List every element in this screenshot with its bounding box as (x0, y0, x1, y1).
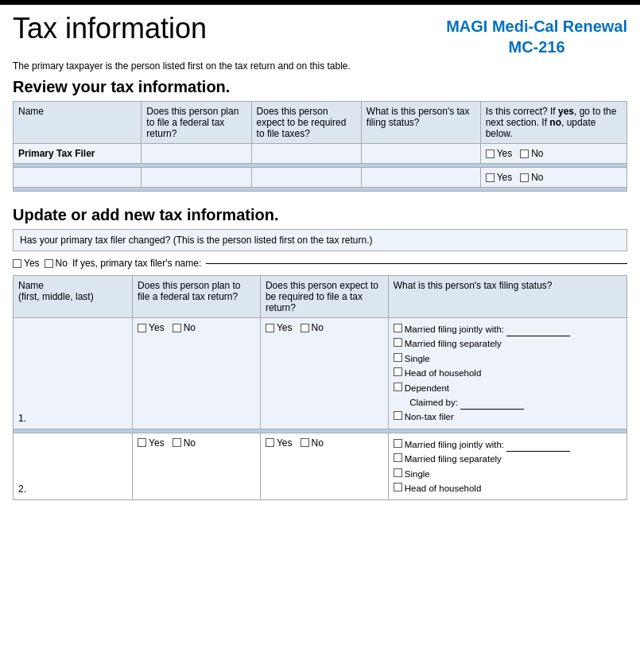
add-row1-num: 1. (18, 413, 26, 424)
review-row1-no[interactable]: No (520, 148, 543, 159)
status-opt-single-2[interactable]: Single (394, 467, 622, 481)
add-row2-status: Married filing jointly with: Married fil… (388, 433, 626, 500)
subtitle: The primary taxpayer is the person liste… (13, 60, 627, 72)
primary-changed-no[interactable]: No (45, 258, 68, 269)
review-row2-accent (14, 188, 627, 192)
add-row2-expect-no[interactable]: No (301, 437, 324, 449)
changed-no-checkbox[interactable] (45, 259, 53, 268)
changed-no-label: No (56, 258, 68, 269)
review-row2-no[interactable]: No (520, 172, 543, 183)
review-row1-yes[interactable]: Yes (486, 148, 513, 159)
if-yes-label: If yes, primary tax filer's name: (72, 258, 201, 269)
add-row2-expect-yes[interactable]: Yes (266, 437, 293, 449)
review-heading: Review your tax information. (13, 78, 627, 96)
review-table: Name Does this person plan to file a fed… (13, 101, 627, 192)
status-opt-nontax-1[interactable]: Non-tax filer (394, 410, 622, 424)
status-opt-head-1[interactable]: Head of household (394, 366, 622, 380)
add-row-1: 1. Yes No (14, 318, 627, 429)
yes-checkbox-2[interactable] (486, 173, 495, 182)
add-col-plan: Does this person plan to file a federal … (133, 276, 261, 318)
primary-changed-yes[interactable]: Yes (13, 258, 40, 269)
review-col-expect: Does this person expect to be required t… (251, 102, 361, 144)
yes-no-line: Yes No If yes, primary tax filer's name: (13, 258, 627, 269)
update-note: Has your primary tax filer changed? (Thi… (13, 229, 627, 251)
add-table: Name(first, middle, last) Does this pers… (13, 275, 627, 500)
add-row1-status: Married filing jointly with: Married fil… (388, 318, 626, 429)
review-row1-status (361, 144, 480, 164)
primary-name-field[interactable] (206, 263, 627, 264)
status-opt-dependent-1[interactable]: Dependent Claimed by: (394, 381, 622, 410)
no-checkbox-2[interactable] (520, 173, 529, 182)
yes-label: Yes (497, 148, 513, 159)
review-row2-yes[interactable]: Yes (486, 172, 513, 183)
review-row2-plan (142, 168, 251, 188)
review-row2-name (14, 168, 142, 188)
add-col-status: What is this person's tax filing status? (388, 276, 626, 318)
add-row2-plan-yes[interactable]: Yes (138, 437, 165, 449)
review-row2-expect (251, 168, 361, 188)
review-row1-name: Primary Tax Filer (14, 144, 142, 164)
add-row-2: 2. Yes No (14, 433, 627, 500)
status-opt-married-jointly-2[interactable]: Married filing jointly with: (394, 437, 622, 452)
page-title: Tax information (13, 13, 430, 45)
status-opt-married-sep-1[interactable]: Married filing separately (394, 336, 622, 351)
review-col-status: What is this person's tax filing status? (361, 102, 480, 144)
add-row2-num: 2. (18, 484, 26, 495)
review-row-2: Yes No (14, 168, 627, 188)
status-opt-married-jointly-1[interactable]: Married filing jointly with: (394, 322, 622, 336)
add-row2-name: 2. (14, 433, 133, 500)
add-row1-plan: Yes No (133, 318, 261, 429)
review-row1-plan (142, 144, 251, 164)
add-col-expect: Does this person expect to be required t… (260, 276, 388, 318)
add-row2-expect: Yes No (260, 433, 388, 500)
add-row1-name: 1. (14, 318, 133, 429)
form-title: MAGI Medi-Cal RenewalMC-216 (430, 13, 627, 57)
status-opt-married-sep-2[interactable]: Married filing separately (394, 452, 622, 466)
add-row1-plan-no[interactable]: No (173, 322, 196, 333)
update-heading: Update or add new tax information. (13, 206, 627, 224)
review-col-name: Name (14, 102, 142, 144)
add-row1-plan-yes[interactable]: Yes (138, 322, 165, 333)
no-label: No (531, 148, 543, 159)
changed-yes-checkbox[interactable] (13, 259, 21, 268)
review-col-plan: Does this person plan to file a federal … (142, 102, 251, 144)
status-opt-head-2[interactable]: Head of household (394, 481, 622, 495)
add-row2-plan-no[interactable]: No (173, 437, 196, 449)
jointly-name-1[interactable] (506, 327, 570, 336)
status-opt-single-1[interactable]: Single (394, 352, 622, 366)
add-col-name: Name(first, middle, last) (14, 276, 133, 318)
add-row2-plan: Yes No (133, 433, 261, 500)
review-row2-correct: Yes No (480, 168, 626, 188)
changed-yes-label: Yes (24, 258, 40, 269)
no-checkbox[interactable] (520, 150, 529, 158)
dependent-name-1[interactable] (460, 400, 524, 410)
review-row1-correct: Yes No (480, 144, 626, 164)
review-col-correct: Is this correct? If yes, go to the next … (480, 102, 626, 144)
yes-label-2: Yes (497, 172, 513, 183)
review-row-1: Primary Tax Filer Yes No (14, 144, 627, 164)
review-row2-status (361, 168, 480, 188)
yes-checkbox[interactable] (486, 150, 495, 158)
add-row1-expect-no[interactable]: No (301, 322, 324, 333)
add-row1-expect: Yes No (260, 318, 388, 429)
jointly-name-2[interactable] (506, 442, 570, 452)
add-row1-expect-yes[interactable]: Yes (266, 322, 293, 333)
review-row1-expect (251, 144, 361, 164)
no-label-2: No (531, 172, 543, 183)
